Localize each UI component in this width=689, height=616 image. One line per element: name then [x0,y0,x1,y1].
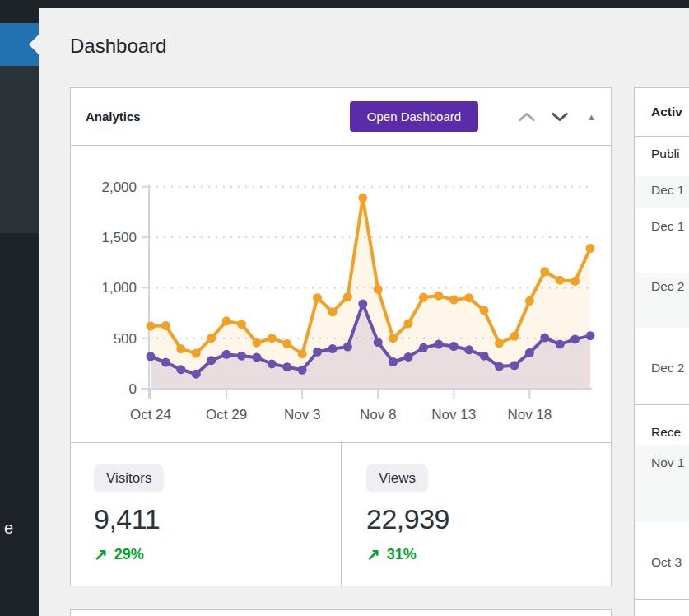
visitors-chip: Visitors [94,464,164,492]
svg-text:Nov 8: Nov 8 [360,407,396,422]
views-trend-value: 31% [387,546,417,563]
visitors-stat: Visitors 9,411 ↗ 29% [71,443,341,587]
svg-text:1,500: 1,500 [101,230,137,245]
svg-text:Nov 13: Nov 13 [431,407,476,422]
svg-text:500: 500 [114,331,137,347]
svg-text:Nov 3: Nov 3 [284,407,320,422]
analytics-stats-row: Visitors 9,411 ↗ 29% Views 22,939 ↗ 31% [71,442,611,587]
page-title: Dashboard [70,35,166,58]
wordpress-dashboard-screen: e Dashboard Analytics Open Dashboard ▲ 0… [0,0,689,616]
trend-up-icon: ↗ [94,544,108,564]
activity-row[interactable]: Dec 2 [635,273,689,328]
sidebar-menu-label[interactable]: e [4,519,13,538]
svg-text:Oct 29: Oct 29 [206,407,247,422]
svg-text:1,000: 1,000 [101,280,137,296]
activity-widget-title: Activ [635,88,689,137]
visitors-value: 9,411 [94,503,341,535]
views-value: 22,939 [366,503,611,535]
next-widget-top-edge [70,609,612,616]
svg-text:2,000: 2,000 [101,180,137,195]
views-chip: Views [366,464,428,492]
analytics-widget: Analytics Open Dashboard ▲ 05001,0001,50… [70,87,612,586]
svg-text:Oct 24: Oct 24 [130,407,171,422]
chevron-down-icon[interactable] [551,111,569,123]
visitors-trend-value: 29% [114,546,144,563]
views-trend: ↗ 31% [366,544,611,564]
open-dashboard-button[interactable]: Open Dashboard [350,101,478,132]
sidebar-item-dashboard-active[interactable] [0,23,39,66]
views-stat: Views 22,939 ↗ 31% [341,443,611,587]
analytics-chart: 05001,0001,5002,000Oct 24Oct 29Nov 3Nov … [71,146,611,442]
activity-section-heading: Rece [635,404,689,445]
analytics-widget-title: Analytics [86,110,141,124]
activity-row[interactable]: Dec 1 [635,208,689,273]
activity-section-heading: Publi [635,137,689,176]
admin-bar [0,0,689,8]
analytics-widget-header: Analytics Open Dashboard ▲ [71,88,611,146]
visitors-trend: ↗ 29% [94,544,341,564]
sidebar-submenu-panel [0,66,39,233]
chevron-up-icon[interactable] [518,111,536,123]
collapse-triangle-icon[interactable]: ▲ [587,112,596,122]
svg-text:0: 0 [129,381,137,397]
activity-widget: Activ PubliDec 1Dec 1Dec 2Dec 2ReceNov 1… [634,87,689,616]
trend-up-icon: ↗ [366,544,380,564]
svg-text:Nov 18: Nov 18 [507,407,552,422]
activity-row[interactable]: Dec 2 [635,328,689,404]
activity-row[interactable]: Nov 1 [635,445,689,522]
activity-row[interactable]: Oct 3 [635,522,689,600]
activity-row[interactable]: Dec 1 [635,176,689,208]
admin-sidebar: e [0,8,39,616]
